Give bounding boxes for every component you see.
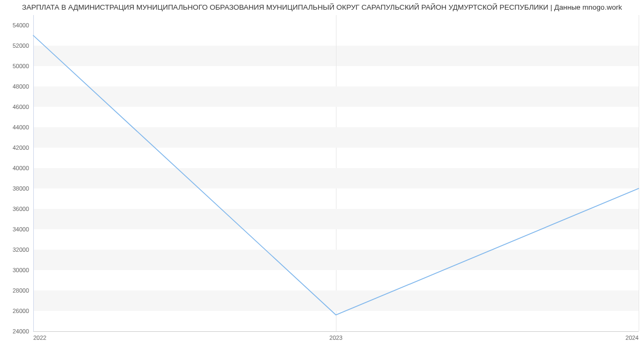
y-tick-label: 40000 <box>12 165 29 171</box>
y-tick-label: 42000 <box>12 144 29 151</box>
y-tick-label: 54000 <box>12 22 29 28</box>
y-tick-label: 26000 <box>12 308 29 314</box>
plot-area: 2400026000280003000032000340003600038000… <box>33 15 639 332</box>
y-tick-label: 28000 <box>12 287 29 294</box>
x-tick-label: 2024 <box>626 335 639 341</box>
series-line <box>33 35 639 315</box>
x-tick-label: 2022 <box>33 335 46 341</box>
chart-container: ЗАРПЛАТА В АДМИНИСТРАЦИЯ МУНИЦИПАЛЬНОГО … <box>0 0 644 349</box>
y-tick-label: 44000 <box>12 124 29 130</box>
y-tick-label: 34000 <box>12 226 29 232</box>
y-tick-label: 30000 <box>12 267 29 273</box>
y-tick-label: 32000 <box>12 246 29 253</box>
y-tick-label: 52000 <box>12 42 29 49</box>
y-tick-label: 36000 <box>12 206 29 212</box>
y-tick-label: 38000 <box>12 185 29 192</box>
y-tick-label: 24000 <box>12 328 29 335</box>
x-gridline <box>639 15 639 331</box>
line-series-svg <box>33 15 639 331</box>
x-tick-label: 2023 <box>330 335 342 341</box>
y-tick-label: 50000 <box>12 63 29 69</box>
y-tick-label: 48000 <box>12 83 29 90</box>
y-tick-label: 46000 <box>12 104 29 110</box>
chart-title: ЗАРПЛАТА В АДМИНИСТРАЦИЯ МУНИЦИПАЛЬНОГО … <box>5 3 639 14</box>
